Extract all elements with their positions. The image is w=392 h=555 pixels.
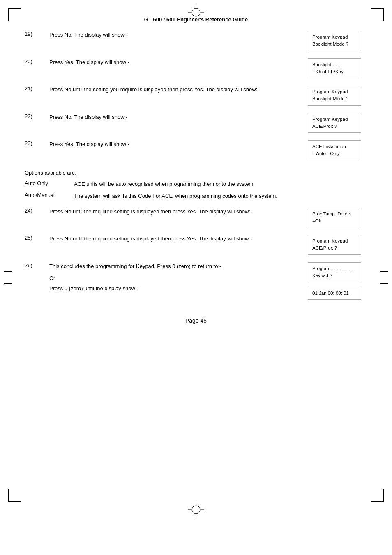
step-22-display-area: Program Keypad ACE/Prox ? (302, 113, 367, 133)
step-19-num: 19) (25, 31, 49, 37)
option-auto-only: Auto Only ACE units will be auto recogni… (25, 180, 367, 188)
option-auto-manual-desc: The system will ask 'Is this Code For AC… (74, 192, 367, 200)
step-23-display-area: ACE Installation = Auto - Only (302, 140, 367, 160)
step-22-text: Press No. The display will show:- (49, 113, 302, 121)
step-21-num: 21) (25, 86, 49, 92)
step-25-display: Program Keypad ACE/Prox ? (308, 235, 361, 255)
step-20: 20) Press Yes. The display will show:- B… (25, 58, 367, 79)
step-26-text: This concludes the programming for Keypa… (49, 262, 293, 271)
step-26-displays: Program . . . . _ _ _ Keypad ? 01 Jan 00… (302, 262, 367, 300)
step-24-display-area: Prox Tamp. Detect =Off (302, 208, 367, 228)
step-25: 25) Press No until the required setting … (25, 235, 367, 255)
step-26-press-zero: Press 0 (zero) until the display show:- (49, 284, 293, 293)
step-22-display: Program Keypad ACE/Prox ? (308, 113, 361, 133)
step-23-text: Press Yes. The display will show:- (49, 140, 302, 148)
option-auto-manual: Auto/Manual The system will ask 'Is this… (25, 192, 367, 200)
step-24-num: 24) (25, 208, 49, 214)
step-26-or-line: Or Press 0 (zero) until the display show… (49, 275, 293, 293)
page-number: Page 45 (25, 317, 367, 324)
step-20-display-area: Backlight . . . = On if EE/Key (302, 58, 367, 79)
step-19-display-area: Program Keypad Backlight Mode ? (302, 31, 367, 51)
step-23: 23) Press Yes. The display will show:- A… (25, 140, 367, 160)
step-23-num: 23) (25, 140, 49, 146)
step-26-content: This concludes the programming for Keypa… (49, 262, 302, 293)
option-auto-manual-name: Auto/Manual (25, 192, 74, 198)
step-26-or: Or (49, 275, 293, 281)
step-20-num: 20) (25, 58, 49, 65)
step-19: 19) Press No. The display will show:- Pr… (25, 31, 367, 51)
step-23-display: ACE Installation = Auto - Only (308, 140, 361, 160)
step-25-text: Press No until the required setting is d… (49, 235, 302, 243)
step-21-display-area: Program Keypad Backlight Mode ? (302, 86, 367, 106)
step-24: 24) Press No until the required setting … (25, 208, 367, 228)
step-19-text: Press No. The display will show:- (49, 31, 302, 39)
option-auto-only-desc: ACE units will be auto recognised when p… (74, 180, 367, 188)
step-25-display-area: Program Keypad ACE/Prox ? (302, 235, 367, 255)
option-auto-only-name: Auto Only (25, 180, 74, 186)
options-table: Auto Only ACE units will be auto recogni… (25, 180, 367, 200)
step-21-display: Program Keypad Backlight Mode ? (308, 86, 361, 106)
options-section: Options available are. Auto Only ACE uni… (25, 170, 367, 200)
step-26-display2: 01 Jan 00: 00: 01 (308, 287, 361, 300)
step-22-num: 22) (25, 113, 49, 119)
step-24-display: Prox Tamp. Detect =Off (308, 208, 361, 228)
step-24-text: Press No until the required setting is d… (49, 208, 302, 216)
options-header: Options available are. (25, 170, 367, 176)
page-title: GT 600 / 601 Engineer's Reference Guide (25, 16, 367, 23)
step-19-display: Program Keypad Backlight Mode ? (308, 31, 361, 51)
step-25-num: 25) (25, 235, 49, 241)
step-22: 22) Press No. The display will show:- Pr… (25, 113, 367, 133)
step-20-display: Backlight . . . = On if EE/Key (308, 58, 361, 79)
step-26-num: 26) (25, 262, 49, 268)
step-20-text: Press Yes. The display will show:- (49, 58, 302, 67)
step-21-text: Press No until the setting you require i… (49, 86, 302, 94)
step-21: 21) Press No until the setting you requi… (25, 86, 367, 106)
step-26: 26) This concludes the programming for K… (25, 262, 367, 300)
main-content: 19) Press No. The display will show:- Pr… (25, 31, 367, 307)
step-26-display1: Program . . . . _ _ _ Keypad ? (308, 262, 361, 282)
